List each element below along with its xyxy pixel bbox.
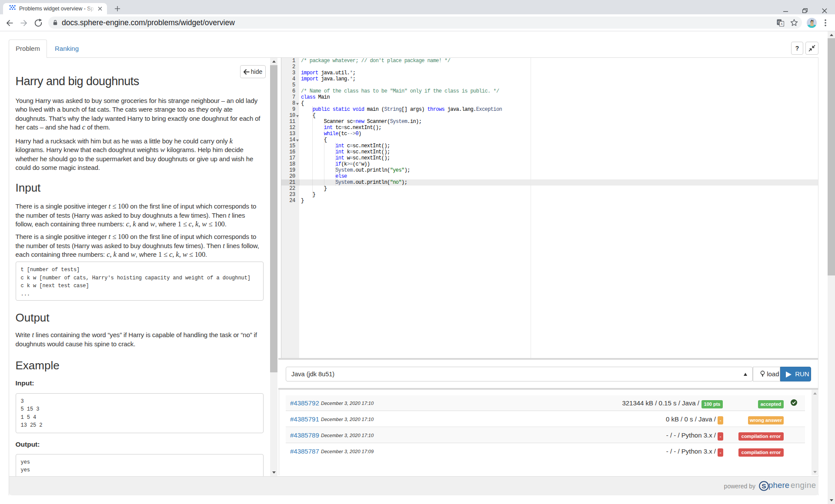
svg-text:S: S	[762, 482, 766, 490]
svg-text:X: X	[781, 22, 783, 26]
